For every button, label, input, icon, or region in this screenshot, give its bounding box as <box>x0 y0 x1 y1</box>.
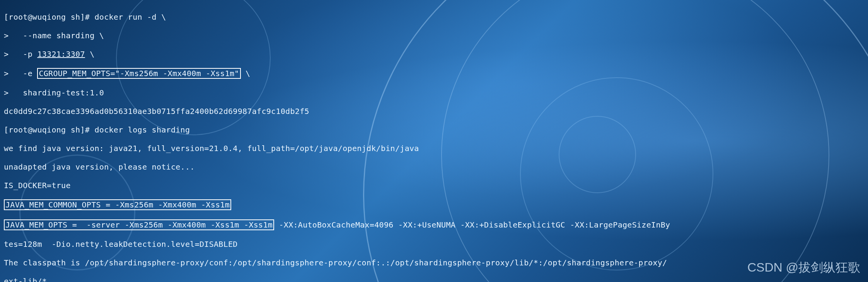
cmd-line-1: > --name sharding \ <box>4 31 864 40</box>
cmd-line-4: > sharding-test:1.0 <box>4 88 864 97</box>
log-line-12: tes=128m -Dio.netty.leakDetection.level=… <box>4 240 864 249</box>
cmd-line-0: [root@wuqiong sh]# docker run -d \ <box>4 12 864 22</box>
log-line-7: we find java version: java21, full_versi… <box>4 144 864 153</box>
log-line-11: JAVA_MEM_OPTS = -server -Xms256m -Xmx400… <box>4 219 864 230</box>
log-line-9: IS_DOCKER=true <box>4 181 864 190</box>
cmd-line-2a: > -p <box>4 49 37 59</box>
log-line-8: unadapted java version, please notice... <box>4 162 864 172</box>
java-mem-common-opts-box: JAVA_MEM_COMMON_OPTS = -Xms256m -Xmx400m… <box>4 199 231 210</box>
log-line-14: ext-lib/* <box>4 277 864 282</box>
cgroup-mem-opts-box: CGROUP_MEM_OPTS="-Xms256m -Xmx400m -Xss1… <box>37 68 240 79</box>
log-line-13: The classpath is /opt/shardingsphere-pro… <box>4 258 864 267</box>
cmd-line-3c: \ <box>241 69 251 78</box>
container-id: dc0dd9c27c38cae3396ad0b56310ae3b0715ffa2… <box>4 107 864 116</box>
watermark-text: CSDN @拔剑纵狂歌 <box>747 259 860 276</box>
cmd-line-3a: > -e <box>4 69 37 78</box>
cmd-line-6: [root@wuqiong sh]# docker logs sharding <box>4 125 864 134</box>
terminal-output[interactable]: [root@wuqiong sh]# docker run -d \ > --n… <box>0 0 868 282</box>
cmd-line-3: > -e CGROUP_MEM_OPTS="-Xms256m -Xmx400m … <box>4 68 864 79</box>
cmd-line-2: > -p 13321:3307 \ <box>4 49 864 59</box>
cmd-line-2c: \ <box>85 49 95 59</box>
java-mem-opts-box: JAVA_MEM_OPTS = -server -Xms256m -Xmx400… <box>4 219 274 230</box>
log-line-11-rest: -XX:AutoBoxCacheMax=4096 -XX:+UseNUMA -X… <box>274 220 670 229</box>
log-line-10: JAVA_MEM_COMMON_OPTS = -Xms256m -Xmx400m… <box>4 199 864 210</box>
port-mapping: 13321:3307 <box>37 49 85 59</box>
